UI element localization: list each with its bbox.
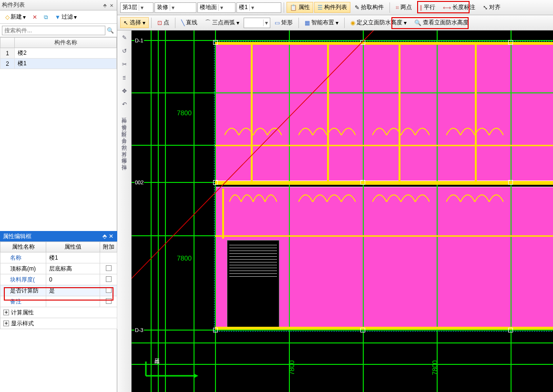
dimension-text: 7800 <box>177 109 192 117</box>
scissors-icon[interactable]: ✂ <box>119 59 130 70</box>
vtool-label[interactable]: 偏移 <box>121 153 128 155</box>
prop-group[interactable]: +计算属性 <box>0 307 117 318</box>
chevron-down-icon: ▾ <box>139 4 143 11</box>
chevron-down-icon: ▾ <box>236 20 239 26</box>
arc3pt-button[interactable]: ⌒三点画弧▾ <box>202 17 243 28</box>
rotate-icon[interactable]: ↺ <box>119 46 130 56</box>
undo-icon[interactable]: ↶ <box>119 99 130 110</box>
property-editor-title: 属性编辑框 <box>3 232 101 241</box>
component-table: 构件名称 1 楼2 2 楼1 <box>0 37 117 69</box>
dimension-text: 7800 <box>288 360 296 375</box>
parallel-button[interactable]: ∥平行 <box>416 2 439 13</box>
close-icon[interactable]: ✕ <box>108 233 114 240</box>
grid-icon: ⌗ <box>396 4 399 11</box>
component-list-button[interactable]: ☰构件列表 <box>314 2 350 13</box>
smart-icon: ▦ <box>305 20 310 26</box>
vertical-toolbar: ✎ ↺ ✂ Ⲷ ✥ ↶ 延伸 修剪 打断 合并 分割 对齐 偏移 拉伸 <box>117 30 132 392</box>
filter-button[interactable]: ▼ 过滤 ▾ <box>52 11 79 22</box>
align-icon: ⤡ <box>483 4 488 11</box>
floor-combo[interactable]: 第3层▾ <box>120 2 154 13</box>
vtool-label[interactable]: 对齐 <box>121 147 128 149</box>
define-waterproof-button[interactable]: ◉定义立面防水高度▾ <box>347 17 410 28</box>
chevron-down-icon: ▾ <box>404 20 407 26</box>
property-editor-header: 属性编辑框 ⬘ ✕ <box>0 231 117 241</box>
vtool-label[interactable]: 打断 <box>121 127 128 129</box>
prop-row[interactable]: 块料厚度( 0 <box>0 274 117 285</box>
expand-icon[interactable]: + <box>3 310 9 315</box>
search-icon[interactable]: 🔍 <box>105 27 115 34</box>
prop-row[interactable]: 是否计算防 是 <box>0 285 117 296</box>
align-button[interactable]: ⤡对齐 <box>480 2 504 13</box>
checkbox[interactable] <box>106 287 112 293</box>
linestyle-combo[interactable]: ▾ <box>244 18 270 28</box>
prop-group[interactable]: +显示样式 <box>0 318 117 329</box>
search-input[interactable] <box>2 26 105 35</box>
expand-icon[interactable]: + <box>3 321 9 326</box>
pin-icon[interactable]: ⬘ <box>101 233 108 240</box>
prop-row[interactable]: 备注 <box>0 296 117 307</box>
subtype-combo[interactable]: 楼地面▾ <box>197 2 236 13</box>
checkbox[interactable] <box>106 276 112 282</box>
dimension-text: 7800 <box>431 360 439 375</box>
point-button[interactable]: ⊡点 <box>154 17 173 28</box>
new-button[interactable]: ◇ 新建 ▾ <box>3 11 28 22</box>
col-extra: 附加 <box>100 242 117 252</box>
vtool-label[interactable]: 分割 <box>121 140 128 142</box>
ribbon-draw: ↖选择▾ ⊡点 ╲直线 ⌒三点画弧▾ ▾ ▭矩形 ▦智能布置▾ ◉定义立面防水高… <box>117 15 553 30</box>
length-dim-button[interactable]: ⟷长度标注 <box>440 2 479 13</box>
prop-row[interactable]: 名称 楼1 <box>0 252 117 263</box>
col-value: 属性值 <box>46 242 100 252</box>
pick-button[interactable]: ✎拾取构件 <box>351 2 387 13</box>
ruler-icon: ⟷ <box>443 4 451 11</box>
wand-icon: ✎ <box>355 4 359 11</box>
select-button[interactable]: ↖选择▾ <box>120 17 149 28</box>
view-waterproof-button[interactable]: 🔍查看立面防水高度 <box>411 17 472 28</box>
category-combo[interactable]: 装修▾ <box>154 2 196 13</box>
prop-row[interactable]: 顶标高(m) 层底标高 <box>0 263 117 274</box>
dimension-text: 7800 <box>177 254 192 262</box>
copy-button[interactable]: ⧉ <box>41 12 51 22</box>
attrs-button[interactable]: 📋属性 <box>287 2 313 13</box>
new-label: 新建 <box>10 13 22 21</box>
move-icon[interactable]: ✥ <box>119 86 130 96</box>
table-row[interactable]: 1 楼2 <box>0 48 117 59</box>
chevron-down-icon: ▾ <box>23 14 26 20</box>
chevron-down-icon: ▾ <box>263 20 268 26</box>
vtool-label[interactable]: 延伸 <box>121 113 128 115</box>
chevron-down-icon: ▾ <box>143 20 145 26</box>
checkbox[interactable] <box>106 265 112 271</box>
pin-icon[interactable]: ⬘ <box>102 2 108 9</box>
chevron-down-icon: ▾ <box>336 20 338 26</box>
grid-label: D-3 <box>134 327 144 333</box>
line-icon: ╲ <box>181 20 184 26</box>
new-icon: ◇ <box>5 14 10 20</box>
grid-label: 002 <box>134 180 144 185</box>
arc-icon: ⌒ <box>205 19 211 27</box>
rect-button[interactable]: ▭矩形 <box>271 17 296 28</box>
attrs-icon: 📋 <box>290 4 297 11</box>
wp-icon: ◉ <box>350 20 355 26</box>
vtool-label[interactable]: 合并 <box>121 133 128 135</box>
component-list-header: 构件列表 ⬘ ✕ <box>0 0 117 10</box>
close-icon[interactable]: ✕ <box>108 2 115 9</box>
point-icon: ⊡ <box>157 20 162 26</box>
drawing-canvas[interactable]: 7800 7800 7800 7800 D-1 002 D-3 三维 <box>132 30 553 392</box>
table-row[interactable]: 2 楼1 <box>0 59 117 69</box>
property-table: 属性名称 属性值 附加 名称 楼1 顶标高(m) 层底标高 块料厚度( 0 是否… <box>0 241 117 329</box>
item-combo[interactable]: 楼1▾ <box>236 2 281 13</box>
cursor-icon: ↖ <box>123 20 128 26</box>
checkbox[interactable] <box>106 298 112 304</box>
mirror-icon[interactable]: Ⲷ <box>119 72 130 83</box>
chevron-down-icon: ▾ <box>170 4 174 11</box>
twopoint-button[interactable]: ⌗两点 <box>392 2 415 13</box>
filter-label: 过滤 <box>61 13 73 21</box>
component-header: 构件名称 <box>15 38 117 48</box>
line-button[interactable]: ╲直线 <box>178 17 201 28</box>
vtool-label[interactable]: 修剪 <box>121 120 128 122</box>
ribbon-context: 第3层▾ 装修▾ 楼地面▾ 楼1▾ 📋属性 ☰构件列表 ✎拾取构件 ⌗两点 ∥平… <box>117 0 553 15</box>
smart-layout-button[interactable]: ▦智能布置▾ <box>301 17 342 28</box>
vtool-label[interactable]: 拉伸 <box>121 160 128 162</box>
funnel-icon: ▼ <box>55 14 61 20</box>
delete-button[interactable]: ✕ <box>30 12 40 22</box>
brush-icon[interactable]: ✎ <box>119 32 130 43</box>
